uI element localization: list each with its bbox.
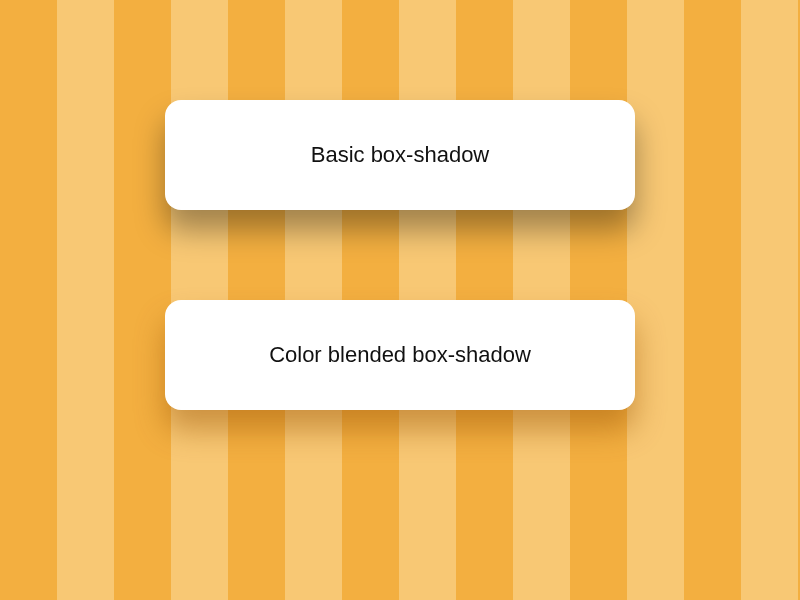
blended-box-shadow-card: Color blended box-shadow [165,300,635,410]
basic-box-shadow-card: Basic box-shadow [165,100,635,210]
basic-box-shadow-label: Basic box-shadow [311,142,490,168]
blended-box-shadow-label: Color blended box-shadow [269,342,531,368]
